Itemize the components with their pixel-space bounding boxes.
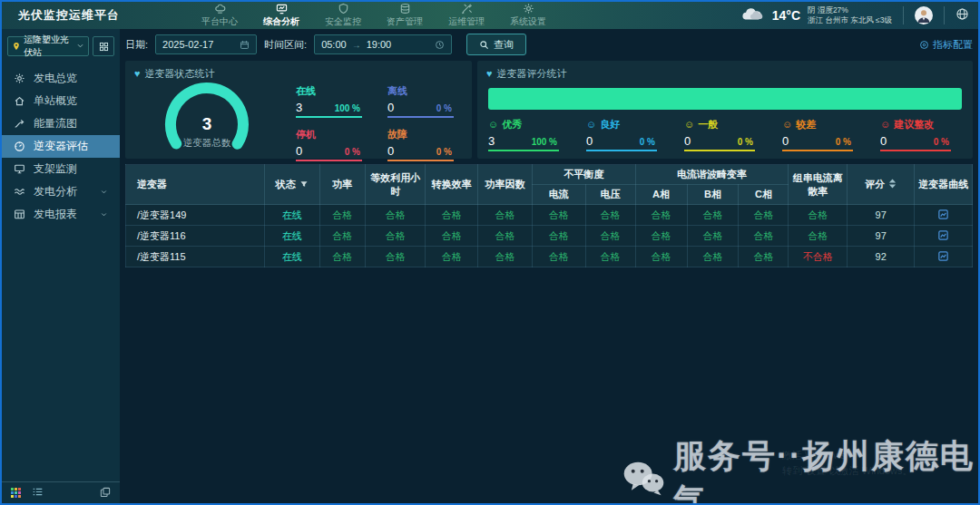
stat-excellent: ☺ 优秀 3 100 %: [488, 118, 559, 151]
shield-icon: [338, 3, 349, 15]
gear-icon: [14, 73, 25, 84]
table-row[interactable]: /逆变器115 在线 合格 合格 合格 合格 合格 合格 合格 合格 合格 不合…: [126, 247, 973, 267]
nav-analysis[interactable]: 综合分析: [258, 3, 305, 28]
stat-poor: ☺ 较差 0 0 %: [782, 118, 853, 151]
nav-security[interactable]: 安全监控: [319, 3, 367, 28]
col-header-label: 评分: [865, 179, 885, 189]
sort-icon[interactable]: [885, 179, 897, 189]
stat-value: 0: [387, 101, 394, 114]
stat-percent: 0 %: [436, 147, 452, 157]
inverter-status-panel: ♥ 逆变器状态统计 3 逆变器总数: [125, 61, 472, 159]
apps-grid-icon[interactable]: [11, 488, 21, 498]
cell-score: 92: [847, 247, 915, 267]
analysis-icon: [276, 3, 288, 15]
cell-phase-a: 合格: [635, 226, 687, 247]
stat-percent: 0 %: [934, 137, 949, 147]
cell-hours: 合格: [366, 205, 426, 226]
inverter-curve-icon[interactable]: [937, 253, 949, 264]
sidebar-item-power-overview[interactable]: 发电总览: [2, 67, 120, 90]
menu-label: 发电分析: [34, 184, 77, 199]
col-header-pf: 功率因数: [478, 165, 533, 205]
sidebar-item-power-analysis[interactable]: 发电分析: [2, 180, 120, 203]
nav-operations[interactable]: 运维管理: [443, 3, 490, 28]
stat-value: 0: [387, 144, 394, 158]
language-globe-icon[interactable]: [956, 7, 969, 24]
station-row: 运隆塑业光伏站: [2, 29, 120, 62]
search-button[interactable]: 查询: [466, 34, 526, 55]
panel-title: 逆变器评分统计: [497, 67, 567, 81]
watermark-text: 服务号··扬州康德电气: [673, 434, 978, 505]
status-stats: 在线 3 100 % 离线 0 0 %: [279, 81, 463, 164]
panel-title-row: ♥ 逆变器评分统计: [486, 67, 964, 81]
sidebar-item-power-report[interactable]: 发电报表: [2, 203, 120, 226]
main-nav: 平台中心 综合分析 安全监控 资产管理 运维管理 系统设置: [196, 3, 552, 28]
menu-label: 逆变器评估: [34, 139, 88, 154]
menu-label: 单站概览: [34, 93, 77, 109]
sidebar-footer: [2, 481, 120, 503]
cell-phase-c: 合格: [739, 247, 789, 267]
sidebar-item-inverter-evaluation[interactable]: 逆变器评估: [2, 135, 120, 158]
sidebar: 运隆塑业光伏站 发电总览 单站概览 能量流图: [2, 29, 120, 503]
table-row[interactable]: /逆变器149 在线 合格 合格 合格 合格 合格 合格 合格 合格 合格 合格…: [126, 205, 973, 226]
filter-funnel-icon[interactable]: [296, 179, 309, 189]
user-avatar[interactable]: [915, 6, 933, 24]
clock-icon: [435, 40, 445, 50]
cell-dispersion: 合格: [789, 226, 847, 247]
nav-platform-center[interactable]: 平台中心: [196, 3, 243, 28]
col-header-current: 电流: [532, 185, 585, 205]
col-header-label: 状态: [276, 179, 296, 189]
grid-icon: [99, 42, 109, 52]
nav-assets[interactable]: 资产管理: [381, 3, 428, 28]
time-range-picker[interactable]: 05:00 → 19:00: [314, 34, 452, 54]
score-stats: ☺ 优秀 3 100 % ☺ 良好: [486, 118, 964, 151]
sidebar-item-station-overview[interactable]: 单站概览: [2, 90, 120, 112]
cell-inverter-name: /逆变器149: [126, 205, 265, 226]
stat-percent: 0 %: [738, 137, 753, 147]
col-header-phase-a: A相: [635, 185, 687, 205]
stat-label: 较差: [796, 118, 816, 131]
stat-label: 一般: [698, 118, 718, 131]
inverter-curve-icon[interactable]: [937, 232, 949, 243]
app-title: 光伏监控运维平台: [18, 7, 180, 24]
station-grid-button[interactable]: [93, 36, 114, 56]
nav-settings[interactable]: 系统设置: [505, 3, 552, 28]
stat-percent: 100 %: [532, 137, 557, 147]
col-header-hours: 等效利用小时: [366, 165, 426, 205]
cell-phase-b: 合格: [687, 205, 739, 226]
cell-inverter-name: /逆变器115: [126, 247, 265, 267]
sidebar-item-energy-flow[interactable]: 能量流图: [2, 112, 120, 135]
stat-value: 0: [586, 134, 593, 148]
cell-hours: 合格: [366, 226, 426, 247]
sidebar-item-bracket-monitor[interactable]: 支架监测: [2, 158, 120, 180]
date-label: 日期:: [125, 38, 148, 52]
stat-online: 在线 3 100 %: [296, 84, 362, 120]
stat-percent: 100 %: [335, 103, 360, 113]
inverter-table: 逆变器 状态 功率 等效利用小时 转换效率 功率因数 不平衡度 电流谐波畸变率 …: [125, 164, 973, 267]
table-row[interactable]: /逆变器116 在线 合格 合格 合格 合格 合格 合格 合格 合格 合格 合格…: [126, 226, 973, 247]
chevron-down-icon: [76, 42, 84, 52]
layers-copy-icon[interactable]: [100, 485, 111, 501]
menu-list-icon[interactable]: [32, 485, 44, 501]
stat-label: 离线: [387, 84, 454, 98]
cell-status: 在线: [265, 205, 320, 226]
col-header-phase-b: B相: [687, 185, 739, 205]
metric-config-link[interactable]: 指标配置: [919, 38, 973, 52]
flow-icon: [14, 118, 25, 130]
cell-phase-a: 合格: [635, 205, 687, 226]
stat-shutdown: 停机 0 0 %: [296, 128, 362, 163]
divider: [903, 6, 904, 24]
cell-current: 合格: [532, 205, 585, 226]
report-table-icon: [14, 209, 25, 220]
date-picker[interactable]: 2025-02-17: [155, 34, 257, 54]
summary-panels: ♥ 逆变器状态统计 3 逆变器总数: [125, 61, 973, 159]
stat-value: 3: [296, 101, 302, 114]
weather-cloud-icon: [740, 5, 765, 25]
cell-phase-b: 合格: [687, 247, 739, 267]
top-header: 光伏监控运维平台 平台中心 综合分析 安全监控 资产管理 运维管理: [2, 2, 978, 29]
chevron-down-icon: [100, 209, 108, 221]
cell-pf: 合格: [478, 226, 533, 247]
wave-icon: [14, 186, 25, 198]
stat-value: 0: [684, 134, 691, 148]
station-selector[interactable]: 运隆塑业光伏站: [7, 36, 89, 56]
inverter-curve-icon[interactable]: [937, 211, 949, 222]
